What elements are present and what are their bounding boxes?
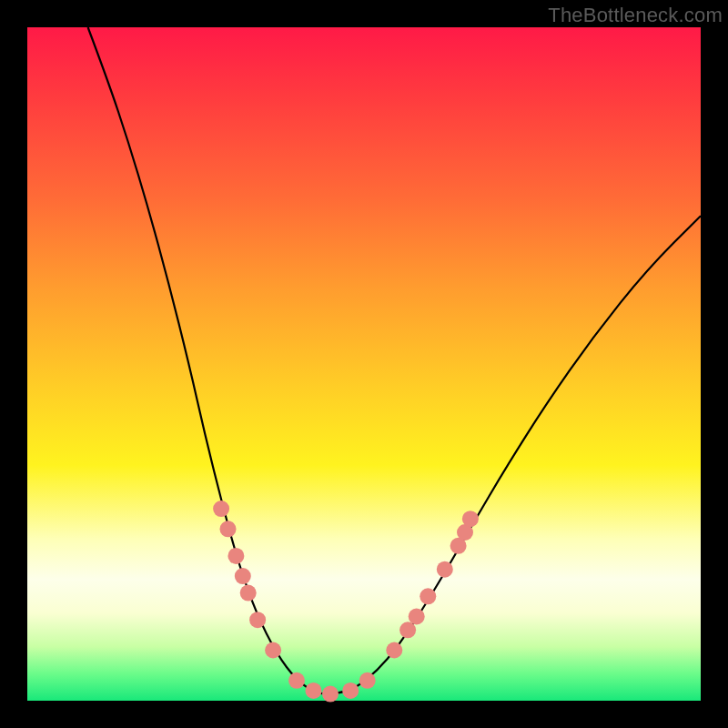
scatter-dot: [359, 672, 376, 689]
chart-frame: TheBottleneck.com: [0, 0, 728, 728]
scatter-dot: [409, 609, 425, 625]
scatter-dot: [265, 642, 281, 659]
bottleneck-curve: [88, 27, 701, 694]
scatter-dot: [437, 561, 453, 578]
scatter-dot: [342, 682, 359, 699]
scatter-dot: [220, 521, 237, 537]
scatter-dot: [228, 548, 244, 564]
scatter-dot: [386, 642, 402, 659]
scatter-dot: [420, 588, 436, 604]
scatter-dot: [240, 585, 257, 602]
watermark-text: TheBottleneck.com: [548, 4, 723, 27]
scatter-dot: [399, 622, 416, 638]
scatter-dot: [288, 672, 305, 689]
scatter-dot: [306, 682, 322, 699]
scatter-dot: [249, 612, 266, 628]
chart-svg: [27, 27, 701, 701]
scatter-dot: [213, 500, 229, 517]
scatter-dot: [322, 686, 339, 703]
scatter-dot: [235, 568, 251, 584]
plot-area: [27, 27, 701, 701]
scatter-dot: [462, 511, 479, 527]
